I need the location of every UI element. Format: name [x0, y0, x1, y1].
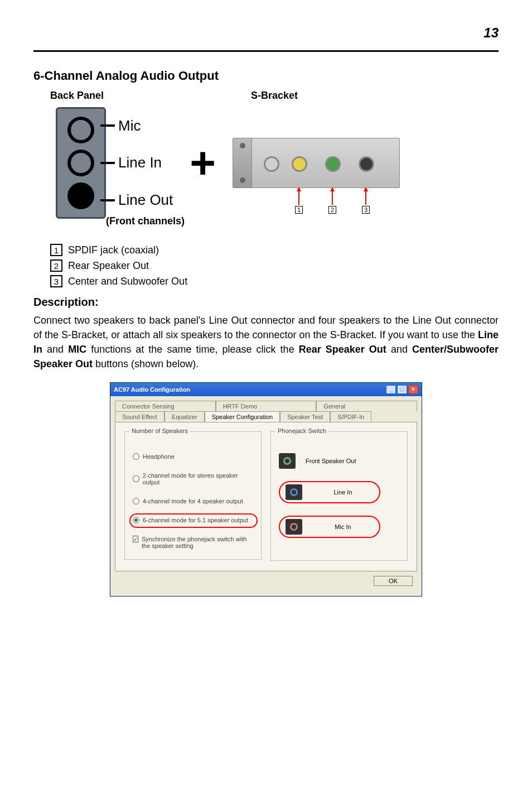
legend-text-3: Center and Subwoofer Out: [68, 276, 187, 287]
front-channels-label: (Front channels): [106, 215, 499, 227]
legend-num-3: 3: [50, 275, 62, 287]
sbracket-optical-icon: [264, 156, 279, 172]
plus-icon: +: [190, 141, 216, 185]
phonejack-switch-group: Phonejack Switch Front Speaker Out Line …: [270, 431, 408, 561]
radio-2channel[interactable]: 2-channel mode for stereo speaker output: [133, 472, 253, 485]
dialog-title: AC97 Audio Configuration: [114, 386, 190, 393]
s-bracket-label: S-Bracket: [251, 90, 298, 102]
line-in-label: Line In: [100, 150, 173, 176]
sbracket-callout-2: 2: [328, 206, 336, 214]
legend-num-1: 1: [50, 244, 62, 256]
close-button[interactable]: ×: [408, 385, 418, 394]
sbracket-rear-out-icon: [325, 156, 341, 172]
tab-hrtf-demo[interactable]: HRTF Demo: [216, 401, 317, 411]
tab-sound-effect[interactable]: Sound Effect: [115, 411, 165, 422]
jack-pink-icon: [286, 519, 302, 535]
legend-text-2: Rear Speaker Out: [68, 260, 149, 272]
hardware-row: Mic Line In Line Out + 1 2 3: [56, 107, 499, 219]
jack-green-icon: [279, 453, 296, 469]
dialog-screenshot: AC97 Audio Configuration _ □ × Connector…: [110, 382, 422, 597]
line-out-label: Line Out: [100, 187, 173, 214]
dialog-titlebar: AC97 Audio Configuration _ □ ×: [110, 383, 422, 396]
phonejack-front-speaker[interactable]: Front Speaker Out: [279, 453, 399, 469]
sbracket-coax-icon: [292, 156, 307, 172]
radio-icon: [133, 475, 139, 482]
radio-4channel[interactable]: 4-channel mode for 4 speaker output: [133, 498, 253, 504]
phonejack-label: Line In: [312, 489, 374, 496]
tab-general[interactable]: General: [316, 401, 417, 411]
legend-num-2: 2: [50, 259, 62, 272]
s-bracket-diagram: 1 2 3: [233, 138, 400, 188]
tab-connector-sensing[interactable]: Connector Sensing: [115, 401, 216, 411]
checkbox-icon: ✓: [133, 536, 138, 542]
group-title-phonejack: Phonejack Switch: [275, 427, 328, 434]
phonejack-label: Mic In: [312, 523, 374, 530]
back-panel-label: Back Panel: [50, 90, 251, 102]
mic-label: Mic: [100, 112, 173, 139]
back-panel-jack-labels: Mic Line In Line Out: [100, 107, 173, 219]
tab-equalizer[interactable]: Equalizer: [165, 411, 205, 422]
radio-icon: [133, 498, 139, 504]
radio-icon: [133, 453, 139, 460]
checkbox-label: Synchronize the phonejack switch with th…: [142, 536, 250, 549]
jack-blue-icon: [286, 484, 302, 500]
radio-headphone[interactable]: Headphone: [133, 453, 253, 460]
minimize-button[interactable]: _: [386, 385, 396, 394]
radio-label: 4-channel mode for 4 speaker output: [143, 498, 243, 504]
sbracket-center-sub-icon: [359, 156, 374, 172]
top-rule: [33, 50, 499, 52]
radio-label: 2-channel mode for stereo speaker output: [143, 472, 253, 485]
legend-row: 3 Center and Subwoofer Out: [50, 275, 499, 287]
tab-spdif-in[interactable]: S/PDIF-In: [330, 411, 371, 422]
line-in-jack-icon: [67, 150, 94, 176]
sbracket-legend: 1 SPDIF jack (coaxial) 2 Rear Speaker Ou…: [50, 244, 499, 287]
ok-button[interactable]: OK: [374, 576, 413, 586]
section-title: 6-Channel Analog Audio Output: [33, 69, 499, 83]
legend-text-1: SPDIF jack (coaxial): [68, 244, 159, 256]
highlight-oval-icon: [129, 513, 258, 528]
legend-row: 1 SPDIF jack (coaxial): [50, 244, 499, 256]
tab-speaker-test[interactable]: Speaker Test: [280, 411, 330, 422]
page-number: 13: [483, 25, 499, 41]
back-panel-diagram: [56, 107, 106, 219]
phonejack-line-in[interactable]: Line In: [279, 481, 399, 503]
number-of-speakers-group: Number of Speakers Headphone 2-channel m…: [124, 431, 262, 560]
sbracket-callout-3: 3: [362, 206, 370, 214]
ac97-dialog: AC97 Audio Configuration _ □ × Connector…: [110, 382, 422, 597]
group-title-speakers: Number of Speakers: [129, 427, 190, 434]
highlight-oval-icon: Line In: [279, 481, 380, 503]
mic-jack-icon: [67, 117, 94, 143]
phonejack-label: Front Speaker Out: [306, 458, 356, 464]
sbracket-callout-1: 1: [295, 206, 303, 214]
description-text: Connect two speakers to back panel's Lin…: [33, 313, 499, 371]
hw-labels-row: Back Panel S-Bracket: [50, 90, 499, 102]
legend-row: 2 Rear Speaker Out: [50, 259, 499, 272]
radio-label: Headphone: [143, 453, 175, 460]
highlight-oval-icon: Mic In: [279, 516, 380, 538]
maximize-button[interactable]: □: [397, 385, 407, 394]
phonejack-mic-in[interactable]: Mic In: [279, 516, 399, 538]
sync-checkbox[interactable]: ✓ Synchronize the phonejack switch with …: [133, 536, 250, 549]
tab-speaker-configuration[interactable]: Speaker Configuration: [205, 411, 280, 422]
line-out-jack-icon: [67, 182, 94, 209]
radio-6channel[interactable]: 6-channel mode for 5.1 speaker output: [133, 517, 253, 523]
description-heading: Description:: [33, 296, 499, 309]
